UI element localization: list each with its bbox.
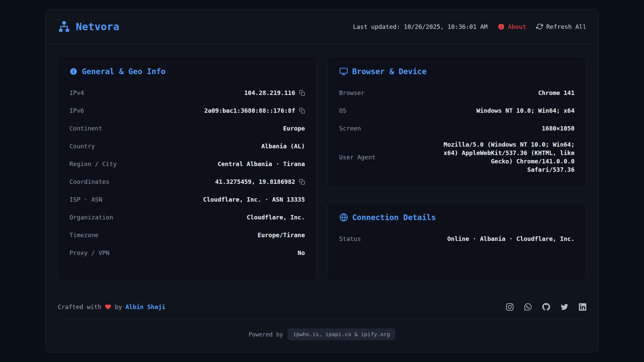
connection-card-title: Connection Details bbox=[339, 213, 575, 222]
row-label: OS bbox=[339, 107, 347, 114]
info-circle-icon bbox=[69, 67, 78, 75]
row-coordinates: Coordinates 41.3275459, 19.8186982 bbox=[69, 173, 305, 191]
row-continent: Continent Europe bbox=[69, 119, 305, 137]
row-label: Status bbox=[339, 235, 361, 242]
geo-card-title: General & Geo Info bbox=[69, 67, 305, 76]
row-country: Country Albania (AL) bbox=[69, 137, 305, 155]
footer-divider bbox=[58, 319, 586, 320]
refresh-all-button[interactable]: Refresh All bbox=[536, 23, 586, 30]
powered-by-label: Powered by bbox=[249, 331, 283, 338]
geo-card: General & Geo Info IPv4 104.28.219.116 I… bbox=[58, 56, 317, 281]
row-label: Continent bbox=[69, 125, 102, 132]
crafted-text: Crafted with by Albin Shaji bbox=[58, 303, 165, 310]
row-label: Country bbox=[69, 143, 95, 150]
copy-icon[interactable] bbox=[299, 108, 305, 114]
about-button[interactable]: About bbox=[498, 23, 526, 30]
row-label: Screen bbox=[339, 125, 361, 132]
row-organization: Organization Cloudflare, Inc. bbox=[69, 208, 305, 226]
row-user-agent: User Agent Mozilla/5.0 (Windows NT 10.0;… bbox=[339, 137, 575, 177]
sitemap-logo-icon bbox=[58, 20, 70, 33]
author-link[interactable]: Albin Shaji bbox=[126, 303, 165, 310]
header: Netvora Last updated: 10/26/2025, 10:36:… bbox=[46, 9, 598, 44]
row-status: Status Online · Albania · Cloudflare, In… bbox=[339, 230, 575, 248]
row-ipv6: IPv6 2a09:bac1:3680:88::176:8f bbox=[69, 102, 305, 119]
row-value: Europe bbox=[283, 125, 305, 132]
row-isp-asn: ISP · ASN Cloudflare, Inc. · ASN 13335 bbox=[69, 191, 305, 208]
row-label: IPv4 bbox=[69, 89, 84, 96]
row-label: Proxy / VPN bbox=[69, 249, 109, 256]
row-proxy-vpn: Proxy / VPN No bbox=[69, 244, 305, 262]
instagram-icon[interactable] bbox=[506, 303, 513, 311]
whatsapp-icon[interactable] bbox=[524, 303, 532, 311]
crafted-prefix: Crafted with bbox=[58, 303, 101, 310]
row-value: Cloudflare, Inc. · ASN 13335 bbox=[203, 196, 305, 203]
row-browser: Browser Chrome 141 bbox=[339, 84, 575, 102]
powered-by: Powered by ipwho.is, ipapi.co & ipify.or… bbox=[46, 328, 598, 352]
heart-icon bbox=[105, 304, 111, 310]
row-label: ISP · ASN bbox=[69, 196, 102, 203]
row-value: 1680×1050 bbox=[542, 125, 575, 132]
geo-card-title-text: General & Geo Info bbox=[82, 67, 165, 76]
row-value: Windows NT 10.0; Win64; x64 bbox=[476, 107, 575, 114]
twitter-icon[interactable] bbox=[561, 303, 568, 311]
browser-card-title-text: Browser & Device bbox=[352, 67, 427, 76]
row-ipv4: IPv4 104.28.219.116 bbox=[69, 84, 305, 102]
about-label: About bbox=[508, 23, 526, 30]
linkedin-icon[interactable] bbox=[579, 303, 586, 311]
info-icon bbox=[498, 23, 505, 30]
row-value: Mozilla/5.0 (Windows NT 10.0; Win64; x64… bbox=[442, 140, 575, 174]
row-value: Cloudflare, Inc. bbox=[247, 214, 305, 221]
row-label: Organization bbox=[69, 214, 113, 221]
row-timezone: Timezone Europe/Tirane bbox=[69, 226, 305, 244]
content: General & Geo Info IPv4 104.28.219.116 I… bbox=[46, 44, 598, 293]
app-title: Netvora bbox=[76, 21, 119, 33]
row-label: User Agent bbox=[339, 154, 376, 161]
row-label: IPv6 bbox=[69, 107, 84, 114]
powered-by-badge: ipwho.is, ipapi.co & ipify.org bbox=[288, 328, 395, 340]
right-column: Browser & Device Browser Chrome 141 OS W… bbox=[328, 56, 587, 281]
globe-icon bbox=[339, 213, 348, 222]
row-label: Browser bbox=[339, 89, 365, 96]
browser-card: Browser & Device Browser Chrome 141 OS W… bbox=[328, 56, 587, 188]
row-label: Coordinates bbox=[69, 178, 109, 185]
row-value: Albania (AL) bbox=[261, 143, 305, 150]
copy-icon[interactable] bbox=[299, 90, 305, 96]
refresh-label: Refresh All bbox=[546, 23, 586, 30]
row-value: 2a09:bac1:3680:88::176:8f bbox=[204, 107, 295, 114]
row-label: Region / City bbox=[69, 160, 117, 167]
row-value: Central Albania · Tirana bbox=[217, 160, 305, 167]
row-screen: Screen 1680×1050 bbox=[339, 119, 575, 137]
social-links bbox=[506, 303, 586, 311]
row-value: 41.3275459, 19.8186982 bbox=[215, 178, 295, 185]
crafted-by: by bbox=[115, 303, 122, 310]
browser-card-title: Browser & Device bbox=[339, 67, 575, 76]
row-region-city: Region / City Central Albania · Tirana bbox=[69, 155, 305, 173]
refresh-icon bbox=[536, 23, 543, 30]
row-value: 104.28.219.116 bbox=[244, 89, 295, 96]
monitor-icon bbox=[339, 67, 348, 76]
header-actions: Last updated: 10/26/2025, 10:36:01 AM Ab… bbox=[353, 23, 586, 30]
footer: Crafted with by Albin Shaji bbox=[46, 293, 598, 352]
connection-card-title-text: Connection Details bbox=[352, 213, 436, 222]
row-value: Europe/Tirane bbox=[258, 231, 305, 239]
row-value: Chrome 141 bbox=[538, 89, 575, 96]
github-icon[interactable] bbox=[542, 303, 550, 311]
copy-icon[interactable] bbox=[299, 179, 305, 185]
row-value: Online · Albania · Cloudflare, Inc. bbox=[447, 235, 575, 242]
connection-card: Connection Details Status Online · Alban… bbox=[328, 202, 587, 281]
row-value: No bbox=[298, 249, 305, 256]
main-panel: Netvora Last updated: 10/26/2025, 10:36:… bbox=[45, 9, 599, 353]
row-os: OS Windows NT 10.0; Win64; x64 bbox=[339, 102, 575, 119]
brand: Netvora bbox=[58, 20, 119, 33]
last-updated-text: Last updated: 10/26/2025, 10:36:01 AM bbox=[353, 23, 488, 30]
row-label: Timezone bbox=[69, 231, 99, 239]
